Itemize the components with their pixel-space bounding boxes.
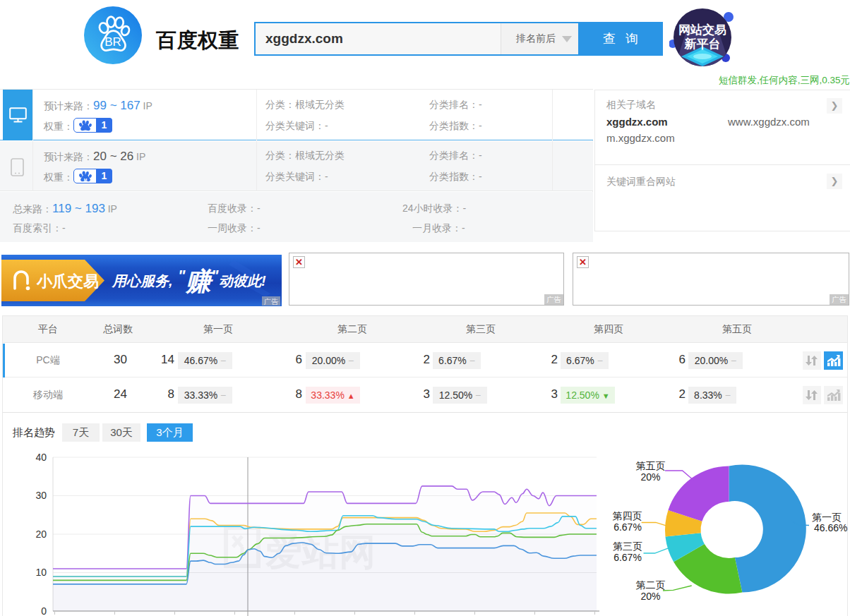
svg-text:": " [178, 267, 186, 284]
svg-text:第二页: 第二页 [636, 579, 666, 591]
svg-text:第四页: 第四页 [613, 510, 642, 521]
svg-text:20%: 20% [640, 471, 660, 483]
svg-text:BR: BR [104, 35, 121, 49]
svg-text:广告: 广告 [264, 298, 279, 306]
svg-text:用心服务,: 用心服务, [112, 273, 173, 289]
svg-text:第三页: 第三页 [613, 540, 642, 552]
svg-text:M: M [84, 178, 88, 182]
svg-text:动彼此!: 动彼此! [219, 273, 266, 289]
svg-text:6.67%: 6.67% [613, 552, 642, 563]
svg-text:": " [211, 267, 219, 284]
svg-text:新平台: 新平台 [684, 37, 721, 51]
svg-text:10: 10 [35, 567, 47, 578]
svg-text:第五页: 第五页 [636, 460, 666, 471]
svg-text:小爪交易: 小爪交易 [36, 272, 99, 290]
svg-text:0: 0 [41, 605, 47, 616]
svg-text:20%: 20% [640, 591, 660, 602]
svg-text:网站交易: 网站交易 [678, 23, 726, 37]
svg-text:40: 40 [35, 452, 47, 463]
svg-text:46.66%: 46.66% [814, 522, 847, 533]
svg-text:30: 30 [35, 490, 47, 501]
svg-text:20: 20 [35, 529, 47, 540]
svg-text:第一页: 第一页 [812, 512, 842, 523]
svg-text:6.67%: 6.67% [613, 521, 642, 533]
